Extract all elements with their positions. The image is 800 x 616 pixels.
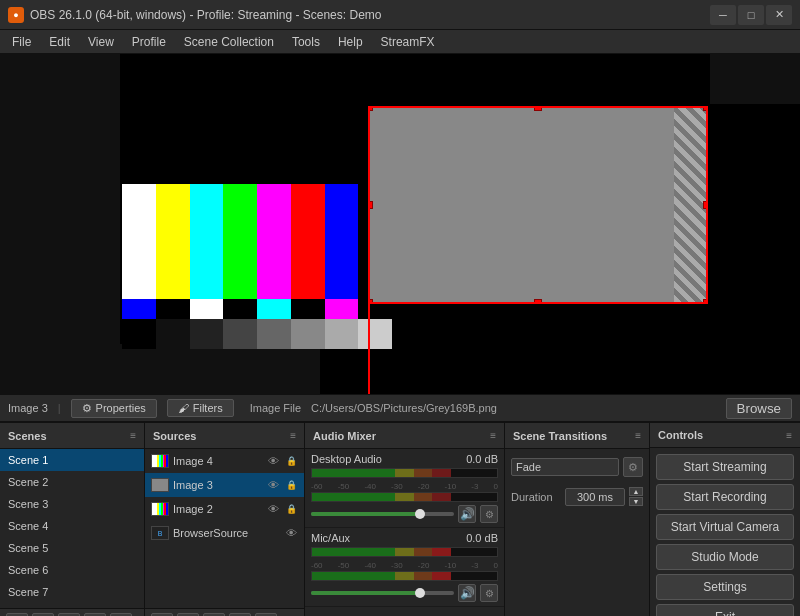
menu-streamfx[interactable]: StreamFX: [373, 33, 443, 51]
minimize-button[interactable]: ─: [710, 5, 736, 25]
properties-button[interactable]: ⚙ Properties: [71, 399, 157, 418]
exit-button[interactable]: Exit: [656, 604, 794, 616]
sources-options-icon[interactable]: ≡: [290, 430, 296, 441]
desktop-volume-slider-container[interactable]: [311, 506, 454, 522]
menu-profile[interactable]: Profile: [124, 33, 174, 51]
mic-volume-knob[interactable]: [415, 588, 425, 598]
source-lock-image4[interactable]: 🔒: [284, 456, 298, 466]
duration-up-button[interactable]: ▲: [629, 487, 643, 496]
source-name-image4: Image 4: [173, 455, 262, 467]
sources-panel: Sources ≡ Image 4 👁 🔒 Image 3 👁 🔒 Image …: [145, 423, 305, 616]
scene-item-3[interactable]: Scene 3: [0, 493, 144, 515]
selection-handle-tc[interactable]: [534, 106, 542, 111]
audio-mixer-header: Audio Mixer ≡: [305, 423, 504, 449]
maximize-button[interactable]: □: [738, 5, 764, 25]
add-scene-button[interactable]: +: [6, 613, 28, 617]
preview-area[interactable]: [0, 54, 800, 394]
mic-vub5: [414, 572, 433, 580]
scenes-header: Scenes ≡: [0, 423, 144, 449]
scene-transitions-panel: Scene Transitions ≡ Fade Cut Swipe Slide…: [505, 423, 650, 616]
source-thumb-image2: [151, 502, 169, 516]
sources-settings-button[interactable]: ⚙: [203, 613, 225, 617]
source-eye-image4[interactable]: 👁: [266, 455, 280, 467]
menu-tools[interactable]: Tools: [284, 33, 328, 51]
remove-scene-button[interactable]: −: [32, 613, 54, 617]
scene-item-1[interactable]: Scene 1: [0, 449, 144, 471]
source-item-image2[interactable]: Image 2 👁 🔒: [145, 497, 304, 521]
source-lock-image2[interactable]: 🔒: [284, 504, 298, 514]
scene-item-6[interactable]: Scene 6: [0, 559, 144, 581]
scene-item-5[interactable]: Scene 5: [0, 537, 144, 559]
menu-edit[interactable]: Edit: [41, 33, 78, 51]
source-item-image4[interactable]: Image 4 👁 🔒: [145, 449, 304, 473]
duration-down-button[interactable]: ▼: [629, 497, 643, 506]
menu-view[interactable]: View: [80, 33, 122, 51]
audio-mixer-options-icon[interactable]: ≡: [490, 430, 496, 441]
vu-seg6: [432, 469, 451, 477]
transition-gear-button[interactable]: ⚙: [623, 457, 643, 477]
app-icon: ●: [8, 7, 24, 23]
studio-mode-button[interactable]: Studio Mode: [656, 544, 794, 570]
transitions-options-icon[interactable]: ≡: [635, 430, 641, 441]
remove-source-button[interactable]: −: [177, 613, 199, 617]
mic-aux-track: Mic/Aux 0.0 dB -60-50-40-30-20-10-30: [305, 528, 504, 607]
menu-scene-collection[interactable]: Scene Collection: [176, 33, 282, 51]
vu-seg-b7: [451, 493, 497, 501]
transition-type-select[interactable]: Fade Cut Swipe Slide Stinger Luma Wipe: [511, 458, 619, 476]
scene-up-button[interactable]: ∧: [84, 613, 106, 617]
selection-handle-br[interactable]: [703, 299, 708, 304]
bottom-panels: Scenes ≡ Scene 1 Scene 2 Scene 3 Scene 4…: [0, 422, 800, 616]
start-recording-button[interactable]: Start Recording: [656, 484, 794, 510]
desktop-audio-db: 0.0 dB: [466, 453, 498, 465]
desktop-mute-button[interactable]: 🔊: [458, 505, 476, 523]
duration-input[interactable]: [565, 488, 625, 506]
browse-button[interactable]: Browse: [726, 398, 792, 419]
scenes-options-icon[interactable]: ≡: [130, 430, 136, 441]
source-item-browser[interactable]: B BrowserSource 👁: [145, 521, 304, 545]
filters-button[interactable]: 🖌 Filters: [167, 399, 234, 417]
close-button[interactable]: ✕: [766, 5, 792, 25]
start-streaming-button[interactable]: Start Streaming: [656, 454, 794, 480]
vu-seg-b4: [395, 493, 414, 501]
selection-handle-bc[interactable]: [534, 299, 542, 304]
source-eye-image3[interactable]: 👁: [266, 479, 280, 491]
source-down-button[interactable]: ∨: [255, 613, 277, 617]
mic-aux-db: 0.0 dB: [466, 532, 498, 544]
mic-aux-header: Mic/Aux 0.0 dB: [311, 532, 498, 544]
mic-mute-button[interactable]: 🔊: [458, 584, 476, 602]
desktop-settings-button[interactable]: ⚙: [480, 505, 498, 523]
add-source-button[interactable]: +: [151, 613, 173, 617]
transition-type-row: Fade Cut Swipe Slide Stinger Luma Wipe ⚙: [511, 457, 643, 477]
scenes-footer: + − ⚙ ∧ ∨: [0, 608, 144, 616]
desktop-audio-controls: 🔊 ⚙: [311, 505, 498, 523]
source-up-button[interactable]: ∧: [229, 613, 251, 617]
controls-options-icon[interactable]: ≡: [786, 430, 792, 441]
selection-handle-mr[interactable]: [703, 201, 708, 209]
scenes-panel: Scenes ≡ Scene 1 Scene 2 Scene 3 Scene 4…: [0, 423, 145, 616]
filter-icon: 🖌: [178, 402, 189, 414]
scenes-settings-button[interactable]: ⚙: [58, 613, 80, 617]
window-controls[interactable]: ─ □ ✕: [710, 5, 792, 25]
source-eye-browser[interactable]: 👁: [284, 527, 298, 539]
scene-item-2[interactable]: Scene 2: [0, 471, 144, 493]
mic-vu-meter-bottom: [311, 571, 498, 581]
scene-down-button[interactable]: ∨: [110, 613, 132, 617]
settings-button[interactable]: Settings: [656, 574, 794, 600]
source-eye-image2[interactable]: 👁: [266, 503, 280, 515]
scene-item-4[interactable]: Scene 4: [0, 515, 144, 537]
menu-file[interactable]: File: [4, 33, 39, 51]
mic-settings-button[interactable]: ⚙: [480, 584, 498, 602]
menu-help[interactable]: Help: [330, 33, 371, 51]
source-lock-image3[interactable]: 🔒: [284, 480, 298, 490]
selection-handle-tr[interactable]: [703, 106, 708, 111]
sources-list: Image 4 👁 🔒 Image 3 👁 🔒 Image 2 👁 🔒 B Br…: [145, 449, 304, 608]
scene-item-7[interactable]: Scene 7: [0, 581, 144, 603]
vu-seg4: [395, 469, 414, 477]
preview-bg-right-top: [710, 54, 800, 104]
mic-volume-slider-container[interactable]: [311, 585, 454, 601]
duration-spinbox: ▲ ▼: [629, 487, 643, 506]
start-virtual-camera-button[interactable]: Start Virtual Camera: [656, 514, 794, 540]
mic-vub7: [451, 572, 497, 580]
desktop-volume-knob[interactable]: [415, 509, 425, 519]
source-item-image3[interactable]: Image 3 👁 🔒: [145, 473, 304, 497]
